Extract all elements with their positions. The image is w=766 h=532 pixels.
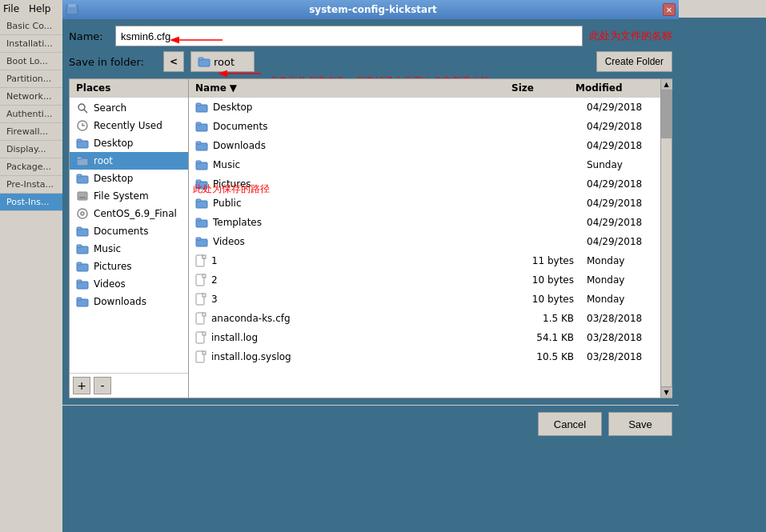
table-row[interactable]: install.log 54.1 KB 03/28/2018 xyxy=(189,328,660,347)
sidebar-item-display[interactable]: Display... xyxy=(0,141,62,158)
scroll-track xyxy=(661,90,672,386)
svg-point-15 xyxy=(78,209,87,218)
places-recent-label: Recently Used xyxy=(94,120,162,131)
menu-help[interactable]: Help xyxy=(29,3,50,14)
places-item-filesystem[interactable]: File System xyxy=(70,187,188,205)
root-folder-icon xyxy=(76,154,89,167)
svg-rect-52 xyxy=(203,332,206,335)
table-row[interactable]: install.log.syslog 10.5 KB 03/28/2018 xyxy=(189,347,660,366)
table-row[interactable]: Documents 04/29/2018 xyxy=(189,117,660,136)
table-row[interactable]: Downloads 04/29/2018 xyxy=(189,136,660,155)
scroll-down[interactable]: ▼ xyxy=(661,386,672,398)
table-row[interactable]: anaconda-ks.cfg 1.5 KB 03/28/2018 xyxy=(189,309,660,328)
places-item-centos[interactable]: CentOS_6.9_Final xyxy=(70,205,188,222)
current-folder[interactable]: root xyxy=(190,51,255,72)
folder-file-icon xyxy=(195,178,208,190)
svg-rect-42 xyxy=(196,238,201,240)
folder-icon xyxy=(198,55,211,68)
col-name[interactable]: Name ▼ xyxy=(189,79,505,97)
recent-icon xyxy=(76,119,89,132)
places-item-recent[interactable]: Recently Used xyxy=(70,117,188,134)
dialog-icon xyxy=(66,3,78,16)
table-row[interactable]: 1 11 bytes Monday xyxy=(189,251,660,270)
col-modified[interactable]: Modified xyxy=(569,79,649,97)
music-folder-icon xyxy=(76,242,89,255)
folder-file-icon xyxy=(195,216,208,229)
sidebar-item-packages[interactable]: Package... xyxy=(0,158,62,176)
svg-rect-14 xyxy=(79,197,86,198)
svg-rect-40 xyxy=(196,218,201,221)
videos-folder-icon xyxy=(76,278,89,290)
remove-place-button[interactable]: - xyxy=(94,377,111,394)
places-root-label: root xyxy=(94,155,113,166)
scroll-thumb[interactable] xyxy=(661,90,672,138)
files-list: Desktop 04/29/2018 Documents 04/29/201 xyxy=(189,98,660,398)
places-list: Search Recently Used Desktop xyxy=(70,98,188,373)
places-item-music[interactable]: Music xyxy=(70,240,188,258)
file-icon xyxy=(195,293,207,306)
svg-rect-44 xyxy=(203,255,206,258)
file-icon xyxy=(195,331,207,344)
places-panel: Places Search Recently Used xyxy=(69,78,189,398)
table-row[interactable]: Desktop 04/29/2018 xyxy=(189,98,660,117)
file-browser: Places Search Recently Used xyxy=(69,78,672,398)
places-search-label: Search xyxy=(94,102,126,114)
sidebar-item-postinst[interactable]: Post-Ins... xyxy=(0,194,62,211)
svg-rect-32 xyxy=(196,142,201,144)
save-button[interactable]: Save xyxy=(608,412,672,436)
col-size[interactable]: Size xyxy=(505,79,569,97)
table-row[interactable]: 2 10 bytes Monday xyxy=(189,270,660,290)
places-desktop-label: Desktop xyxy=(94,138,134,149)
svg-rect-46 xyxy=(203,274,206,278)
places-item-videos[interactable]: Videos xyxy=(70,275,188,293)
sidebar-item-install[interactable]: Installati... xyxy=(0,35,62,53)
titlebar: system-config-kickstart ✕ xyxy=(62,0,679,19)
sidebar-item-bootloader[interactable]: Boot Lo... xyxy=(0,53,62,70)
name-row: Name: 此处为文件的名称 xyxy=(69,26,672,46)
folder-row: Save in folder: < root Create Folder 点击此… xyxy=(69,51,672,72)
menu-file[interactable]: File xyxy=(3,3,19,14)
places-filesystem-label: File System xyxy=(94,190,149,202)
places-footer: + - xyxy=(70,373,188,398)
places-downloads-label: Downloads xyxy=(94,296,146,307)
table-row[interactable]: Videos 04/29/2018 xyxy=(189,232,660,251)
svg-line-5 xyxy=(84,110,87,113)
places-videos-label: Videos xyxy=(94,278,126,290)
sidebar-item-auth[interactable]: Authenti... xyxy=(0,106,62,123)
sidebar-item-preinst[interactable]: Pre-Insta... xyxy=(0,176,62,194)
disc-icon xyxy=(76,207,89,220)
files-header: Name ▼ Size Modified xyxy=(189,79,660,98)
svg-rect-54 xyxy=(203,351,206,354)
places-item-desktop[interactable]: Desktop xyxy=(70,134,188,152)
table-row[interactable]: Public 04/29/2018 xyxy=(189,194,660,213)
places-item-documents[interactable]: Documents xyxy=(70,222,188,240)
add-place-button[interactable]: + xyxy=(73,377,90,394)
folder-file-icon xyxy=(195,139,208,152)
name-input[interactable] xyxy=(115,26,583,46)
downloads-folder-icon xyxy=(76,295,89,308)
create-folder-button[interactable]: Create Folder xyxy=(596,51,672,72)
places-item-downloads[interactable]: Downloads xyxy=(70,293,188,310)
places-item-root[interactable]: root xyxy=(70,152,188,170)
table-row[interactable]: 3 10 bytes Monday xyxy=(189,290,660,309)
dialog-body: Name: 此处为文件的名称 Save in folder: < root Cr… xyxy=(62,19,679,78)
cancel-button[interactable]: Cancel xyxy=(538,412,602,436)
sidebar-item-network[interactable]: Network... xyxy=(0,88,62,106)
scroll-up[interactable]: ▲ xyxy=(661,79,672,90)
svg-point-4 xyxy=(78,104,85,110)
table-row[interactable]: Templates 04/29/2018 xyxy=(189,213,660,232)
sidebar-item-firewall[interactable]: Firewall... xyxy=(0,123,62,141)
table-row[interactable]: Music Sunday xyxy=(189,155,660,174)
save-dialog: system-config-kickstart ✕ Name: 此处为文件的名称… xyxy=(62,0,679,442)
table-row[interactable]: Pictures 04/29/2018 xyxy=(189,174,660,194)
places-item-desktop2[interactable]: Desktop xyxy=(70,170,188,187)
places-item-search[interactable]: Search xyxy=(70,99,188,117)
sidebar-item-basic[interactable]: Basic Co... xyxy=(0,18,62,35)
sidebar-item-partition[interactable]: Partition... xyxy=(0,70,62,88)
file-icon xyxy=(195,350,207,363)
close-button[interactable]: ✕ xyxy=(663,3,676,16)
back-button[interactable]: < xyxy=(163,51,184,72)
places-item-pictures[interactable]: Pictures xyxy=(70,258,188,275)
scrollbar[interactable]: ▲ ▼ xyxy=(661,78,672,398)
svg-rect-18 xyxy=(77,227,82,230)
